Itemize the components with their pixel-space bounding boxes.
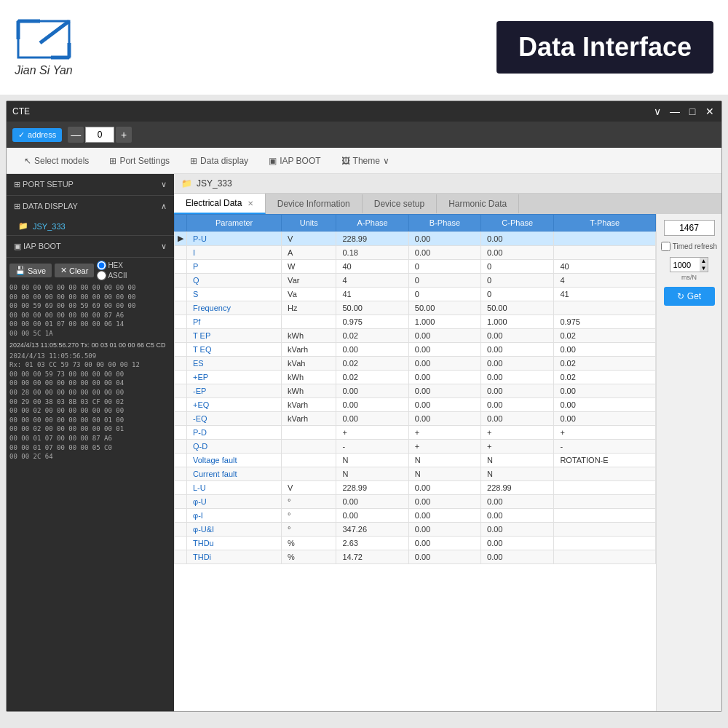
- row-param: -EP: [187, 384, 282, 398]
- tab-data-display[interactable]: ⊞ Data display: [187, 154, 251, 167]
- hex-radio-label[interactable]: HEX: [97, 261, 127, 270]
- row-a: 4: [336, 274, 408, 288]
- row-arrow: [175, 274, 187, 288]
- tab-theme[interactable]: 🖼 Theme ∨: [339, 154, 392, 167]
- row-b: 0.00: [408, 371, 480, 384]
- row-a: 0.00: [336, 412, 408, 426]
- chevron-down-icon-iap: ∨: [161, 242, 167, 251]
- row-c: 0: [481, 260, 554, 274]
- save-icon: 💾: [15, 266, 25, 275]
- row-param: φ-I: [187, 509, 282, 523]
- th-arrow: [175, 215, 187, 232]
- minimize-button[interactable]: ∨: [652, 106, 663, 117]
- row-a: +: [336, 426, 408, 440]
- table-row: PW400040: [175, 260, 656, 274]
- row-units: [282, 454, 336, 467]
- address-button[interactable]: ✓ address: [12, 128, 62, 142]
- get-button[interactable]: ↻ Get: [664, 287, 715, 306]
- row-b: 0: [408, 274, 480, 288]
- table-row: Pf0.9751.0001.0000.975: [175, 315, 656, 329]
- table-row: T EPkWh0.020.000.000.02: [175, 329, 656, 343]
- sidebar-header-data-display[interactable]: ⊞ DATA DISPLAY ∧: [7, 196, 174, 217]
- row-units: [282, 426, 336, 440]
- row-units: kWh: [282, 329, 336, 343]
- plus-button[interactable]: +: [116, 127, 132, 143]
- save-button[interactable]: 💾 Save: [9, 264, 52, 277]
- row-units: %: [282, 550, 336, 564]
- data-table-container[interactable]: Parameter Units A-Phase B-Phase C-Phase …: [174, 214, 656, 711]
- row-c: N: [481, 467, 554, 481]
- row-a: 14.72: [336, 550, 408, 564]
- ms-up-button[interactable]: ▲: [700, 258, 708, 265]
- ascii-radio-label[interactable]: ASCII: [97, 271, 127, 280]
- x-icon: ✕: [60, 266, 67, 275]
- row-c: 0.00: [481, 384, 554, 398]
- sidebar-header-iap-boot[interactable]: ▣ IAP BOOT ∨: [7, 236, 174, 257]
- row-b: 0.00: [408, 537, 480, 550]
- table-row: φ-I°0.000.000.00: [175, 509, 656, 523]
- row-a: 0.00: [336, 384, 408, 398]
- row-t: -: [554, 440, 656, 454]
- row-units: W: [282, 260, 336, 274]
- num-input[interactable]: [85, 127, 114, 143]
- data-table: Parameter Units A-Phase B-Phase C-Phase …: [174, 214, 656, 564]
- row-units: °: [282, 509, 336, 523]
- row-a: 0.02: [336, 371, 408, 384]
- row-arrow: [175, 454, 187, 467]
- row-units: °: [282, 523, 336, 537]
- clear-button[interactable]: ✕ Clear: [55, 264, 94, 277]
- svg-line-3: [40, 21, 69, 43]
- table-row: IA0.180.000.00: [175, 246, 656, 260]
- row-units: kWh: [282, 384, 336, 398]
- row-c: 0.00: [481, 329, 554, 343]
- hex-radio[interactable]: [97, 261, 106, 270]
- ascii-radio[interactable]: [97, 271, 106, 280]
- row-param: P: [187, 260, 282, 274]
- sub-tab-device-setup[interactable]: Device setup: [363, 194, 437, 213]
- tab-iap-boot[interactable]: ▣ IAP BOOT: [266, 154, 323, 167]
- row-b: +: [408, 440, 480, 454]
- timed-refresh-checkbox[interactable]: [661, 242, 670, 251]
- table-area: Parameter Units A-Phase B-Phase C-Phase …: [174, 214, 721, 711]
- row-units: kVah: [282, 357, 336, 371]
- sub-tab-harmonic[interactable]: Harmonic Data: [437, 194, 519, 213]
- logo-text: Jian Si Yan: [15, 64, 72, 77]
- nav-tabs: ↖ Select models ⊞ Port Settings ⊞ Data d…: [7, 148, 721, 174]
- th-c-phase: C-Phase: [481, 215, 554, 232]
- image-icon: 🖼: [341, 156, 350, 166]
- row-a: N: [336, 467, 408, 481]
- chip-icon-small: ▣: [14, 242, 21, 250]
- sidebar-item-jsy333[interactable]: 📁 JSY_333: [7, 217, 174, 235]
- th-a-phase: A-Phase: [336, 215, 408, 232]
- row-arrow: [175, 509, 187, 523]
- value-display[interactable]: [664, 220, 715, 236]
- row-t: [554, 467, 656, 481]
- folder-icon: 📁: [18, 221, 28, 231]
- restore-button[interactable]: —: [669, 106, 681, 117]
- row-t: [554, 550, 656, 564]
- log-text: 00 00 00 00 00 00 00 00 00 00 00 00 00 0…: [9, 283, 171, 339]
- ms-down-button[interactable]: ▼: [700, 265, 708, 272]
- tab-select-models[interactable]: ↖ Select models: [21, 154, 92, 167]
- sub-tab-electrical[interactable]: Electrical Data ✕: [174, 194, 266, 214]
- folder-header: 📁 JSY_333: [174, 174, 721, 194]
- sidebar-section-iap-boot: ▣ IAP BOOT ∨: [7, 236, 174, 258]
- maximize-button[interactable]: □: [687, 106, 698, 117]
- row-arrow: [175, 371, 187, 384]
- tab-close-icon[interactable]: ✕: [248, 199, 253, 207]
- table-row: T EQkVarh0.000.000.000.00: [175, 343, 656, 357]
- row-a: 41: [336, 288, 408, 301]
- row-b: 0.00: [408, 495, 480, 509]
- row-t: [554, 481, 656, 495]
- main-content: ⊞ PORT SETUP ∨ ⊞ DATA DISPLAY ∧ 📁: [7, 174, 721, 711]
- sub-tab-device-info[interactable]: Device Information: [266, 194, 363, 213]
- tab-port-settings[interactable]: ⊞ Port Settings: [106, 154, 173, 167]
- row-b: 0.00: [408, 343, 480, 357]
- minus-button[interactable]: —: [68, 127, 84, 143]
- close-button[interactable]: ✕: [704, 106, 716, 117]
- sidebar-header-port-setup[interactable]: ⊞ PORT SETUP ∨: [7, 174, 174, 195]
- row-arrow: [175, 343, 187, 357]
- ms-input[interactable]: [670, 259, 700, 271]
- row-a: 50.00: [336, 301, 408, 315]
- grid-icon-small: ⊞: [14, 180, 20, 189]
